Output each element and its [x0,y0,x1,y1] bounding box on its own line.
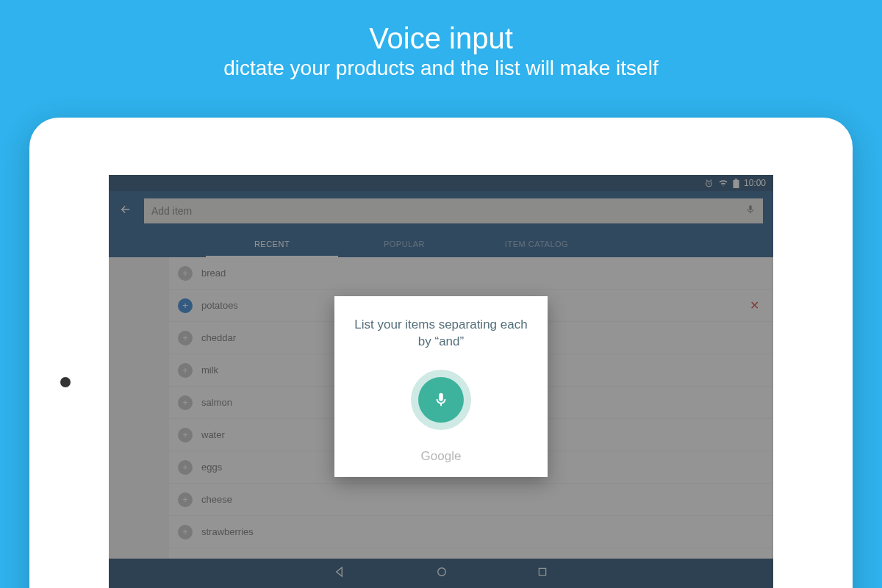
mic-button-outer [411,370,471,430]
promo-subtitle: dictate your products and the list will … [0,57,882,80]
promo-header: Voice input dictate your products and th… [0,0,882,80]
tablet-camera [60,377,71,387]
dialog-instruction: List your items separating each by “and” [349,317,533,351]
provider-label: Google [349,449,533,464]
voice-input-dialog: List your items separating each by “and”… [334,296,548,477]
mic-button[interactable] [418,377,464,423]
tablet-frame: 10:00 RECENT POPULAR ITEM CATALOG [29,118,853,588]
device-screen: 10:00 RECENT POPULAR ITEM CATALOG [109,175,773,588]
promo-title: Voice input [0,22,882,55]
